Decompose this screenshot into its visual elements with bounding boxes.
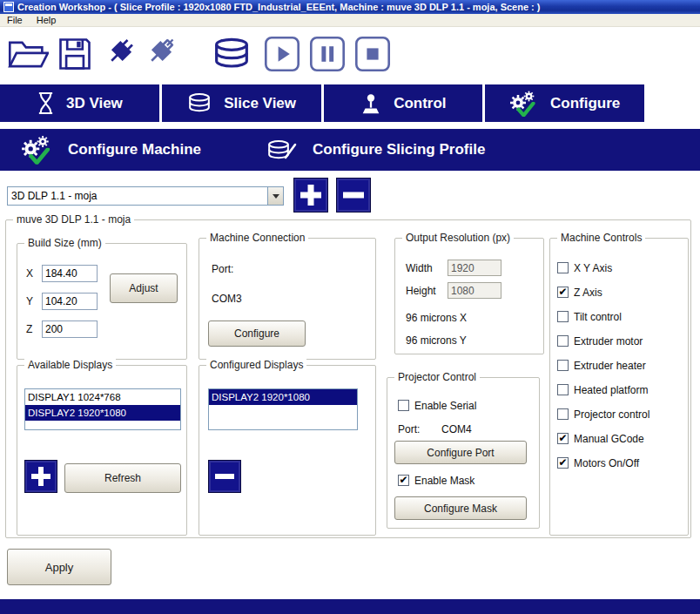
list-item-display2[interactable]: DISPLAY2 1920*1080 xyxy=(25,405,180,421)
machine-select-value: 3D DLP 1.1 - moja xyxy=(8,190,267,202)
configured-displays-group: Configured Displays DISPLAY2 1920*1080 xyxy=(199,365,376,536)
build-x-input[interactable] xyxy=(42,265,98,282)
width-input[interactable] xyxy=(448,260,501,276)
machine-connection-title: Machine Connection xyxy=(206,232,308,244)
subtab-configure-slicing-profile-label: Configure Slicing Profile xyxy=(313,141,485,159)
remove-machine-button[interactable] xyxy=(336,178,371,213)
checkbox-motors-onoff[interactable]: ✔ Motors On/Off xyxy=(557,455,688,471)
checkbox-box xyxy=(557,262,569,273)
checkbox-z-axis[interactable]: ✔ Z Axis xyxy=(557,284,688,300)
checkbox-manual-gcode[interactable]: ✔ Manual GCode xyxy=(557,430,688,447)
available-displays-list[interactable]: DISPLAY1 1024*768 DISPLAY2 1920*1080 xyxy=(24,388,181,430)
configured-displays-list[interactable]: DISPLAY2 1920*1080 xyxy=(208,388,358,430)
projector-port-value: COM4 xyxy=(441,423,472,435)
machine-group: muve 3D DLP 1.1 - moja Build Size (mm) X… xyxy=(5,219,691,538)
z-label: Z xyxy=(26,323,32,335)
plus-glyph xyxy=(38,467,44,486)
checkbox-enable-serial[interactable]: Enable Serial xyxy=(398,397,476,414)
projector-control-title: Projector Control xyxy=(394,371,480,383)
stop-button[interactable] xyxy=(352,32,394,76)
menu-help[interactable]: Help xyxy=(30,14,64,26)
add-display-button[interactable] xyxy=(24,460,57,493)
build-size-title: Build Size (mm) xyxy=(24,237,105,249)
checkbox-extruder-motor[interactable]: Extruder motor xyxy=(557,333,688,349)
open-file-button[interactable] xyxy=(5,32,50,76)
checkbox-tilt-control[interactable]: Tilt control xyxy=(557,308,688,325)
x-label: X xyxy=(26,267,33,280)
configure-connection-button[interactable]: Configure xyxy=(208,320,306,347)
subtab-configure-machine[interactable]: Configure Machine xyxy=(9,135,213,165)
title-bar[interactable]: Creation Workshop - ( Slice Profile : 19… xyxy=(0,0,700,14)
folder-open-icon xyxy=(7,34,49,74)
3d-view-icon xyxy=(37,91,55,115)
build-z-input[interactable] xyxy=(42,320,98,338)
subtab-configure-machine-label: Configure Machine xyxy=(68,141,201,159)
add-machine-button[interactable] xyxy=(293,178,328,213)
list-item-display1[interactable]: DISPLAY1 1024*768 xyxy=(25,389,180,405)
checkbox-box xyxy=(557,384,569,395)
checkbox-enable-mask[interactable]: ✔ Enable Mask xyxy=(398,472,475,489)
joystick-icon xyxy=(360,92,382,115)
list-item-configured-display2[interactable]: DISPLAY2 1920*1080 xyxy=(209,389,357,405)
pause-button[interactable] xyxy=(306,32,348,76)
machine-select-combo[interactable]: 3D DLP 1.1 - moja xyxy=(7,186,284,206)
disconnect-button[interactable] xyxy=(138,32,179,76)
checkbox-xy-axis[interactable]: X Y Axis xyxy=(557,260,688,276)
slice-button[interactable] xyxy=(209,32,254,76)
bottom-border-strip xyxy=(0,599,700,614)
machine-group-label: muve 3D DLP 1.1 - moja xyxy=(13,213,134,226)
chevron-down-icon xyxy=(273,194,279,199)
connect-plug-icon xyxy=(99,34,138,74)
plus-glyph xyxy=(308,185,314,206)
tab-configure[interactable]: Configure xyxy=(485,84,644,122)
tab-configure-label: Configure xyxy=(550,95,620,112)
configured-displays-title: Configured Displays xyxy=(206,359,306,371)
checkbox-heated-platform[interactable]: Heated platform xyxy=(557,381,688,398)
save-floppy-icon xyxy=(56,34,94,74)
remove-display-button[interactable] xyxy=(208,460,241,493)
configure-sub-bar: Configure Machine Configure Slicing Prof… xyxy=(0,129,700,171)
height-input[interactable] xyxy=(448,282,501,299)
output-resolution-title: Output Resolution (px) xyxy=(402,232,514,244)
checkbox-box xyxy=(557,360,569,371)
projector-port-label: Port: xyxy=(398,423,420,435)
combo-dropdown-button[interactable] xyxy=(267,187,283,205)
checkbox-extruder-heater[interactable]: Extruder heater xyxy=(557,357,688,374)
application-window: Creation Workshop - ( Slice Profile : 19… xyxy=(0,0,700,614)
minus-glyph xyxy=(215,474,234,479)
checkbox-box xyxy=(557,311,569,322)
app-icon xyxy=(3,2,14,12)
connect-button[interactable] xyxy=(98,32,139,76)
minus-glyph xyxy=(343,192,364,199)
save-button[interactable] xyxy=(54,32,96,76)
adjust-button[interactable]: Adjust xyxy=(110,273,178,303)
apply-button[interactable]: Apply xyxy=(7,549,111,585)
machine-controls-title: Machine Controls xyxy=(557,232,645,244)
play-icon xyxy=(263,34,301,74)
configure-mask-button[interactable]: Configure Mask xyxy=(394,496,527,520)
machine-controls-group: Machine Controls X Y Axis ✔ Z Axis Tilt … xyxy=(549,238,689,536)
disconnect-plug-icon xyxy=(139,34,178,74)
play-button[interactable] xyxy=(261,32,303,76)
slice-layers-icon xyxy=(211,34,252,74)
build-y-input[interactable] xyxy=(42,293,98,310)
available-displays-group: Available Displays DISPLAY1 1024*768 DIS… xyxy=(17,365,187,536)
port-value: COM3 xyxy=(212,293,242,305)
tab-slice-view[interactable]: Slice View xyxy=(162,84,321,122)
tab-slice-view-label: Slice View xyxy=(224,95,296,112)
tab-3d-view[interactable]: 3D View xyxy=(0,84,159,122)
available-displays-title: Available Displays xyxy=(24,359,116,371)
microns-y-label: 96 microns Y xyxy=(406,334,467,347)
checkbox-box xyxy=(557,408,569,420)
output-resolution-group: Output Resolution (px) Width Height 96 m… xyxy=(394,238,544,354)
refresh-displays-button[interactable]: Refresh xyxy=(64,463,181,493)
configure-port-button[interactable]: Configure Port xyxy=(394,441,527,464)
checkbox-box: ✔ xyxy=(557,457,569,469)
tab-control[interactable]: Control xyxy=(324,84,483,122)
subtab-configure-slicing-profile[interactable]: Configure Slicing Profile xyxy=(253,135,497,165)
machine-controls-list: X Y Axis ✔ Z Axis Tilt control Extruder … xyxy=(550,239,688,471)
checkbox-projector-control[interactable]: Projector control xyxy=(557,406,688,422)
configure-gears-icon xyxy=(509,91,539,117)
menu-file[interactable]: File xyxy=(0,14,30,26)
y-label: Y xyxy=(26,295,33,307)
